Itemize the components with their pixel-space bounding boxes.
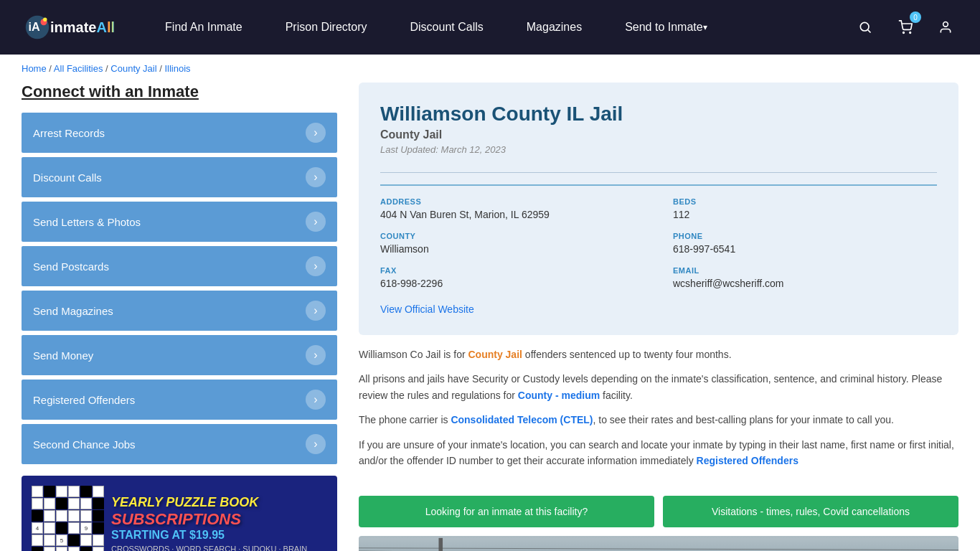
puzzle-cell bbox=[68, 510, 80, 522]
desc-paragraph-3: The phone carrier is Consolidated Teleco… bbox=[359, 412, 958, 428]
sidebar-item-discount-calls[interactable]: Discount Calls › bbox=[22, 157, 337, 197]
puzzle-cell bbox=[80, 534, 92, 546]
main-nav: Find An Inmate Prison Directory Discount… bbox=[143, 0, 852, 55]
puzzle-cell-black bbox=[93, 522, 104, 534]
address-field: ADDRESS 404 N Van Buren St, Marion, IL 6… bbox=[380, 197, 644, 220]
svg-point-7 bbox=[910, 32, 911, 34]
desc-paragraph-1: Williamson Co Jail is for County Jail of… bbox=[359, 347, 958, 362]
puzzle-cell bbox=[56, 486, 67, 497]
nav-send-to-inmate[interactable]: Send to Inmate bbox=[603, 0, 729, 55]
facility-info-grid: ADDRESS 404 N Van Buren St, Marion, IL 6… bbox=[380, 184, 937, 289]
facility-card: Williamson County IL Jail County Jail La… bbox=[359, 83, 958, 335]
sidebar-item-label: Registered Offenders bbox=[33, 394, 135, 406]
sidebar-item-arrest-records[interactable]: Arrest Records › bbox=[22, 113, 337, 153]
breadcrumb-county-jail[interactable]: County Jail bbox=[110, 63, 156, 74]
puzzle-cell bbox=[32, 534, 43, 546]
puzzle-cell bbox=[80, 498, 92, 509]
puzzle-cell-black bbox=[56, 522, 67, 534]
sidebar-title: Connect with an Inmate bbox=[22, 83, 337, 101]
sidebar-item-label: Arrest Records bbox=[33, 127, 105, 139]
sidebar-item-registered-offenders[interactable]: Registered Offenders › bbox=[22, 380, 337, 420]
cart-button[interactable]: 0 bbox=[892, 14, 918, 40]
svg-point-3 bbox=[43, 18, 47, 22]
visitations-button[interactable]: Visitations - times, rules, Covid cancel… bbox=[663, 496, 958, 527]
puzzle-cell bbox=[44, 534, 55, 546]
svg-line-5 bbox=[868, 30, 871, 33]
svg-rect-14 bbox=[438, 538, 443, 551]
sidebar-item-send-magazines[interactable]: Send Magazines › bbox=[22, 291, 337, 331]
registered-offenders-link[interactable]: Registered Offenders bbox=[697, 455, 798, 466]
find-inmate-button[interactable]: Looking for an inmate at this facility? bbox=[359, 496, 654, 527]
svg-point-6 bbox=[903, 32, 905, 34]
fax-label: FAX bbox=[380, 266, 644, 275]
puzzle-cell-black bbox=[80, 486, 92, 497]
breadcrumb-all-facilities[interactable]: All Facilities bbox=[54, 63, 103, 74]
sidebar-item-label: Discount Calls bbox=[33, 171, 102, 184]
puzzle-cell: 5 bbox=[56, 534, 67, 546]
puzzle-cell-black bbox=[32, 510, 43, 522]
phone-value: 618-997-6541 bbox=[673, 243, 937, 255]
puzzle-grid: 4 9 5 bbox=[32, 486, 104, 551]
nav-prison-directory[interactable]: Prison Directory bbox=[264, 0, 389, 55]
sidebar-item-second-chance-jobs[interactable]: Second Chance Jobs › bbox=[22, 424, 337, 464]
view-official-website-link[interactable]: View Official Website bbox=[380, 303, 474, 315]
breadcrumb: Home / All Facilities / County Jail / Il… bbox=[0, 55, 980, 83]
address-value: 404 N Van Buren St, Marion, IL 62959 bbox=[380, 209, 644, 220]
facility-description: Williamson Co Jail is for County Jail of… bbox=[359, 335, 958, 489]
ctel-link[interactable]: Consolidated Telecom (CTEL) bbox=[451, 414, 593, 425]
county-medium-link[interactable]: County - medium bbox=[518, 390, 600, 401]
user-button[interactable] bbox=[933, 14, 958, 40]
breadcrumb-home[interactable]: Home bbox=[22, 63, 47, 74]
puzzle-cell bbox=[68, 498, 80, 509]
sidebar-item-send-postcards[interactable]: Send Postcards › bbox=[22, 246, 337, 286]
puzzle-cell bbox=[68, 547, 80, 551]
nav-magazines[interactable]: Magazines bbox=[505, 0, 603, 55]
search-button[interactable] bbox=[852, 14, 878, 40]
puzzle-cell bbox=[32, 498, 43, 509]
ad-banner[interactable]: 4 9 5 bbox=[22, 476, 337, 551]
svg-point-8 bbox=[943, 22, 948, 27]
puzzle-cell: 4 bbox=[32, 522, 43, 534]
main-container: Connect with an Inmate Arrest Records › … bbox=[0, 83, 980, 551]
sidebar-item-label: Second Chance Jobs bbox=[33, 438, 136, 451]
cart-badge: 0 bbox=[910, 11, 921, 23]
site-header: iA inmateAll Find An Inmate Prison Direc… bbox=[0, 0, 980, 55]
puzzle-cell-black bbox=[68, 534, 80, 546]
puzzle-cell bbox=[44, 522, 55, 534]
main-content: Williamson County IL Jail County Jail La… bbox=[359, 83, 958, 551]
nav-discount-calls[interactable]: Discount Calls bbox=[388, 0, 504, 55]
puzzle-cell bbox=[93, 486, 104, 497]
sidebar-arrow-icon: › bbox=[306, 167, 326, 187]
puzzle-cell bbox=[93, 534, 104, 546]
puzzle-cell: 9 bbox=[80, 522, 92, 534]
sidebar-item-send-letters[interactable]: Send Letters & Photos › bbox=[22, 202, 337, 242]
nav-find-inmate[interactable]: Find An Inmate bbox=[143, 0, 264, 55]
puzzle-cell bbox=[68, 486, 80, 497]
email-value: wcsheriff@wcsheriff.com bbox=[673, 278, 937, 289]
sidebar-arrow-icon: › bbox=[306, 301, 326, 321]
sidebar-item-send-money[interactable]: Send Money › bbox=[22, 335, 337, 375]
sidebar-item-label: Send Money bbox=[33, 349, 93, 362]
puzzle-cell bbox=[32, 486, 43, 497]
search-icon bbox=[858, 20, 872, 34]
breadcrumb-illinois[interactable]: Illinois bbox=[164, 63, 190, 74]
facility-name: Williamson County IL Jail bbox=[380, 103, 937, 126]
facility-photo bbox=[359, 536, 958, 551]
desc-paragraph-2: All prisons and jails have Security or C… bbox=[359, 371, 958, 403]
logo[interactable]: iA inmateAll bbox=[22, 14, 115, 40]
svg-point-4 bbox=[860, 22, 869, 31]
county-jail-link[interactable]: County Jail bbox=[468, 349, 522, 360]
sidebar-arrow-icon: › bbox=[306, 123, 326, 143]
sidebar-arrow-icon: › bbox=[306, 212, 326, 232]
sidebar: Connect with an Inmate Arrest Records › … bbox=[22, 83, 337, 551]
county-field: COUNTY Williamson bbox=[380, 232, 644, 255]
facility-type: County Jail bbox=[380, 128, 937, 141]
phone-field: PHONE 618-997-6541 bbox=[673, 232, 937, 255]
action-buttons: Looking for an inmate at this facility? … bbox=[359, 496, 958, 527]
ad-price: STARTING AT $19.95 bbox=[111, 529, 327, 542]
sidebar-arrow-icon: › bbox=[306, 256, 326, 276]
puzzle-cell bbox=[44, 510, 55, 522]
fax-field: FAX 618-998-2296 bbox=[380, 266, 644, 289]
sidebar-arrow-icon: › bbox=[306, 390, 326, 410]
info-divider bbox=[380, 172, 937, 173]
